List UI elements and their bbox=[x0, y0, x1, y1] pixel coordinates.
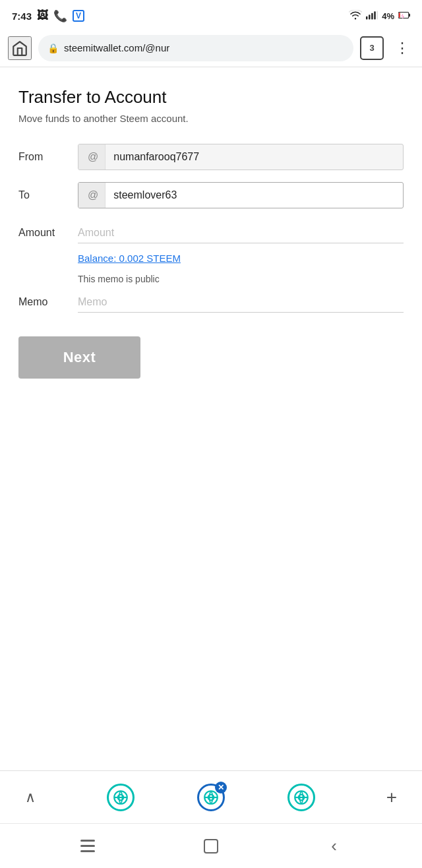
url-bar[interactable]: 🔒 steemitwallet.com/@nur bbox=[38, 35, 353, 61]
wifi-icon bbox=[349, 10, 362, 22]
battery-icon bbox=[398, 11, 410, 21]
from-label: From bbox=[18, 151, 78, 163]
memo-input-wrap bbox=[78, 290, 404, 313]
status-time-area: 7:43 🖼 📞 V bbox=[12, 9, 84, 23]
recent-apps-icon bbox=[80, 840, 95, 852]
page-title: Transfer to Account bbox=[18, 87, 404, 108]
memo-public-note: This memo is public bbox=[78, 274, 404, 284]
menu-button[interactable]: ⋮ bbox=[390, 36, 414, 60]
signal-icon bbox=[366, 11, 378, 22]
to-label: To bbox=[18, 189, 78, 201]
home-button[interactable] bbox=[8, 36, 32, 60]
amount-row: Amount bbox=[18, 220, 404, 243]
vpn-icon: V bbox=[73, 10, 84, 22]
next-button[interactable]: Next bbox=[18, 336, 140, 379]
photo-icon: 🖼 bbox=[37, 9, 48, 22]
home-nav-icon bbox=[204, 839, 218, 853]
from-input-container: @ bbox=[78, 144, 404, 170]
amount-label: Amount bbox=[18, 220, 78, 239]
main-content: Transfer to Account Move funds to anothe… bbox=[0, 67, 422, 392]
svg-rect-6 bbox=[409, 13, 410, 16]
from-row: From @ bbox=[18, 144, 404, 170]
amount-section: Amount Balance: 0.002 STEEM bbox=[18, 220, 404, 264]
status-bar: 7:43 🖼 📞 V 4% bbox=[0, 0, 422, 29]
to-row: To @ bbox=[18, 182, 404, 208]
back-icon: ‹ bbox=[331, 836, 337, 856]
memo-input[interactable] bbox=[78, 290, 404, 313]
memo-row: Memo bbox=[18, 290, 404, 313]
recent-apps-button[interactable] bbox=[71, 830, 104, 863]
time-display: 7:43 bbox=[12, 11, 32, 22]
url-text: steemitwallet.com/@nur bbox=[64, 42, 169, 53]
lock-icon: 🔒 bbox=[47, 43, 59, 53]
nav-chevron-up-button[interactable]: ∧ bbox=[16, 783, 45, 812]
to-input-container: @ bbox=[78, 182, 404, 208]
tab-icon-1 bbox=[107, 784, 135, 811]
balance-link[interactable]: Balance: 0.002 STEEM bbox=[78, 253, 181, 264]
browser-bar: 🔒 steemitwallet.com/@nur 3 ⋮ bbox=[0, 29, 422, 67]
from-at-symbol: @ bbox=[78, 144, 106, 170]
page-subtitle: Move funds to another Steem account. bbox=[18, 113, 404, 124]
call-icon: 📞 bbox=[53, 9, 67, 23]
plus-icon: + bbox=[386, 788, 397, 807]
tab-browser-2-button[interactable]: ✕ bbox=[196, 783, 226, 812]
svg-rect-3 bbox=[374, 11, 375, 19]
close-tab-badge[interactable]: ✕ bbox=[215, 782, 227, 793]
system-nav-bar: ‹ bbox=[0, 823, 422, 868]
to-input[interactable] bbox=[106, 183, 403, 208]
status-right-area: 4% bbox=[349, 10, 410, 22]
svg-rect-0 bbox=[366, 16, 367, 19]
chevron-up-icon: ∧ bbox=[25, 789, 36, 806]
tab-count-button[interactable]: 3 bbox=[360, 36, 384, 60]
svg-rect-7 bbox=[399, 13, 400, 18]
to-at-symbol: @ bbox=[78, 183, 106, 208]
back-button[interactable]: ‹ bbox=[318, 830, 351, 863]
svg-rect-2 bbox=[371, 13, 373, 19]
tab-browser-3-button[interactable] bbox=[287, 783, 316, 812]
amount-input[interactable] bbox=[78, 220, 404, 243]
memo-label: Memo bbox=[18, 290, 78, 308]
svg-rect-4 bbox=[377, 11, 378, 19]
tab-browser-1-button[interactable] bbox=[106, 783, 135, 812]
new-tab-button[interactable]: + bbox=[377, 783, 406, 812]
browser-bottom-nav: ∧ ✕ bbox=[0, 770, 422, 823]
home-nav-button[interactable] bbox=[195, 830, 227, 863]
battery-percent: 4% bbox=[382, 11, 394, 21]
tab-icon-3 bbox=[287, 784, 315, 811]
tab-icon-2-active: ✕ bbox=[197, 784, 225, 811]
svg-rect-1 bbox=[369, 15, 370, 19]
amount-input-wrap bbox=[78, 220, 404, 243]
from-input[interactable] bbox=[106, 144, 403, 170]
